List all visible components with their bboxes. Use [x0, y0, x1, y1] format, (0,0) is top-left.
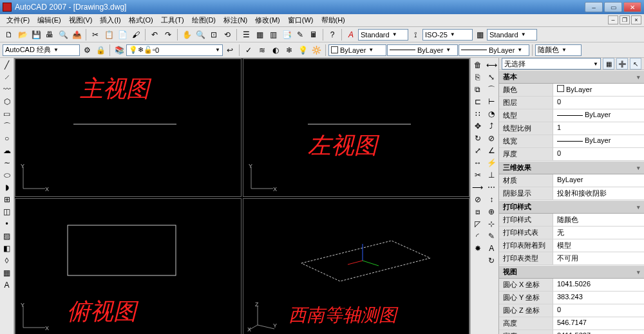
designctr-icon[interactable]: ▦	[253, 28, 266, 41]
dimalign-icon[interactable]: ⤡	[486, 71, 497, 83]
color-combo[interactable]: ByLayer▼	[328, 44, 386, 56]
break-icon[interactable]: ⊘	[472, 194, 484, 205]
section-basic[interactable]: 基本▾	[499, 70, 644, 84]
prop-linescale-value[interactable]: 1	[553, 122, 644, 135]
prop-linetype-value[interactable]: ByLayer	[553, 109, 644, 122]
open-icon[interactable]: 📂	[16, 28, 29, 41]
workspace-settings-icon[interactable]: ⚙	[80, 44, 93, 57]
layeron-icon[interactable]: 🔆	[310, 44, 323, 57]
stretch-icon[interactable]: ↔	[472, 157, 484, 169]
menu-insert[interactable]: 插入(I)	[96, 14, 124, 26]
doc-restore-button[interactable]: ❐	[620, 15, 630, 24]
minimize-button[interactable]: –	[585, 2, 603, 12]
dimtedit-icon[interactable]: A	[486, 243, 497, 254]
menu-file[interactable]: 文件(F)	[3, 14, 33, 26]
help-icon[interactable]: ?	[326, 28, 339, 41]
copy-obj-icon[interactable]: ⎘	[472, 71, 484, 83]
line-icon[interactable]: ╱	[1, 59, 13, 71]
viewport-top-left[interactable]: 主视图 YX	[15, 59, 242, 197]
section-view[interactable]: 视图▾	[499, 265, 644, 279]
erase-icon[interactable]: 🗑	[472, 59, 484, 71]
chamfer-icon[interactable]: ◸	[472, 218, 484, 230]
rectangle-icon[interactable]: ▭	[1, 108, 13, 120]
layeroff-icon[interactable]: 💡	[296, 44, 309, 57]
tablestyle-icon[interactable]: ▦	[473, 28, 486, 41]
mirror-icon[interactable]: ⧉	[472, 84, 484, 95]
markup-icon[interactable]: ✎	[294, 28, 307, 41]
polygon-icon[interactable]: ⬡	[1, 96, 13, 107]
layerfreeze-icon[interactable]: ❄	[283, 44, 296, 57]
selectobj-icon[interactable]: ↖	[630, 58, 641, 70]
dimlinear-icon[interactable]: ⟷	[486, 59, 497, 71]
prop-centerx-value[interactable]: 1041.5026	[553, 279, 644, 291]
dimjog-icon[interactable]: ⤴	[486, 120, 497, 132]
dimstyle-icon[interactable]: ⟟	[409, 28, 422, 41]
mtext-icon[interactable]: A	[1, 279, 13, 291]
arc-icon[interactable]: ⌒	[1, 120, 13, 132]
dimrad-icon[interactable]: ◔	[486, 108, 497, 120]
menu-view[interactable]: 视图(V)	[65, 14, 97, 26]
sheetset-icon[interactable]: 📑	[280, 28, 293, 41]
prop-lineweight-value[interactable]: ByLayer	[553, 135, 644, 147]
dimang-icon[interactable]: ∠	[486, 145, 497, 156]
menu-format[interactable]: 格式(O)	[125, 14, 157, 26]
menu-help[interactable]: 帮助(H)	[317, 14, 349, 26]
layeriso-icon[interactable]: ◐	[269, 44, 282, 57]
dimupdate-icon[interactable]: ↻	[486, 255, 497, 266]
polyline-icon[interactable]: 〰	[1, 84, 13, 95]
prop-plottable-value[interactable]: 无	[553, 227, 644, 239]
doc-minimize-button[interactable]: –	[608, 15, 618, 24]
undo-icon[interactable]: ↶	[148, 28, 161, 41]
textstyle-combo[interactable]: Standard▼	[358, 29, 408, 41]
lineweight-combo[interactable]: ByLayer▼	[459, 44, 529, 56]
menu-window[interactable]: 窗口(W)	[284, 14, 317, 26]
save-icon[interactable]: 💾	[30, 28, 43, 41]
zoom-icon[interactable]: 🔍	[194, 28, 207, 41]
ellipsearc-icon[interactable]: ◗	[1, 181, 13, 193]
dimarc-icon[interactable]: ⌒	[486, 84, 497, 95]
point-icon[interactable]: •	[1, 218, 13, 230]
trim-icon[interactable]: ✂	[472, 169, 484, 181]
viewport-top-right[interactable]: 左视图 YX	[243, 59, 469, 197]
insert-icon[interactable]: ⊞	[1, 194, 13, 205]
explode-icon[interactable]: ✸	[472, 243, 484, 254]
selection-combo[interactable]: 无选择▼	[502, 58, 601, 70]
move-icon[interactable]: ✥	[472, 120, 484, 132]
dimedit-icon[interactable]: ✎	[486, 230, 497, 242]
workspace-combo[interactable]: AutoCAD 经典▼	[3, 44, 80, 56]
circle-icon[interactable]: ○	[1, 133, 13, 144]
gradient-icon[interactable]: ◧	[1, 243, 13, 254]
prop-color-value[interactable]: ByLayer	[553, 84, 644, 96]
prop-layer-value[interactable]: 0	[553, 97, 644, 109]
viewport-bottom-right[interactable]: 西南等轴测图 ZYX	[243, 198, 469, 335]
scale-icon[interactable]: ⤢	[472, 145, 484, 156]
paste-icon[interactable]: 📄	[116, 28, 129, 41]
properties-icon[interactable]: ☰	[240, 28, 252, 41]
layermatch-icon[interactable]: ≋	[256, 44, 269, 57]
menu-modify[interactable]: 修改(M)	[251, 14, 284, 26]
makecurrent-icon[interactable]: ✓	[242, 44, 255, 57]
tablestyle-combo[interactable]: Standard▼	[487, 29, 537, 41]
offset-icon[interactable]: ⊏	[472, 96, 484, 107]
prop-material-value[interactable]: ByLayer	[553, 174, 644, 187]
plot-icon[interactable]: 🖶	[43, 28, 56, 41]
revcloud-icon[interactable]: ☁	[1, 145, 13, 156]
dimstyle-combo[interactable]: ISO-25▼	[422, 29, 473, 41]
spline-icon[interactable]: ∼	[1, 157, 13, 169]
zoom-window-icon[interactable]: ⊡	[207, 28, 220, 41]
prop-centerz-value[interactable]: 0	[553, 304, 644, 317]
region-icon[interactable]: ◊	[1, 255, 13, 266]
rotate-icon[interactable]: ↻	[472, 133, 484, 144]
dimcont-icon[interactable]: ⋯	[486, 181, 497, 193]
dimquick-icon[interactable]: ⚡	[486, 157, 497, 169]
menu-dimension[interactable]: 标注(N)	[220, 14, 251, 26]
section-3d[interactable]: 三维效果▾	[499, 161, 644, 174]
copy-icon[interactable]: 📋	[102, 28, 115, 41]
close-button[interactable]: ✕	[623, 2, 641, 12]
menu-edit[interactable]: 编辑(E)	[33, 14, 65, 26]
linetype-combo[interactable]: ByLayer▼	[387, 44, 458, 56]
preview-icon[interactable]: 🔍	[57, 28, 70, 41]
menu-tools[interactable]: 工具(T)	[157, 14, 188, 26]
layer-combo[interactable]: 💡❄🔓▫ 0▼	[126, 44, 223, 56]
prop-height-value[interactable]: 546.7147	[553, 317, 644, 329]
